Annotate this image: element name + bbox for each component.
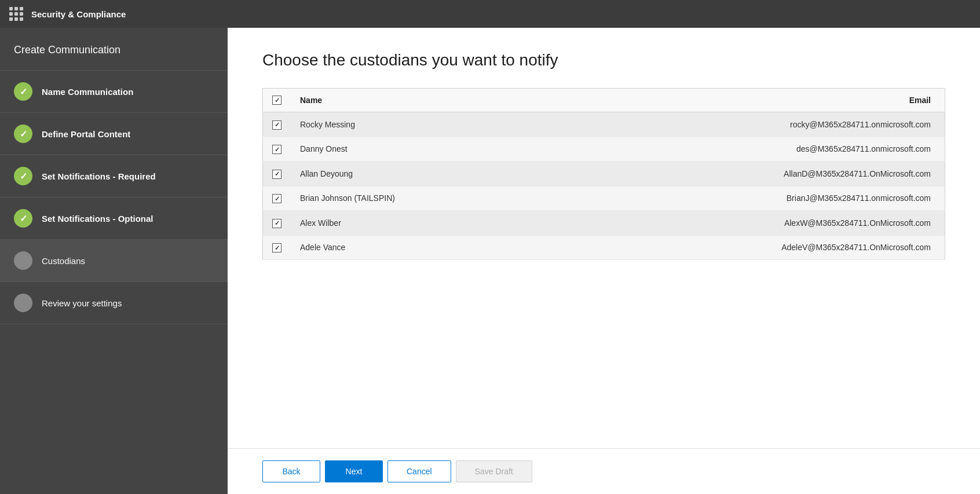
checkmark-icon-2: ✓: [20, 129, 27, 140]
row-checkbox-cell-2: [263, 162, 291, 186]
row-name-1: Danny Onest: [291, 137, 550, 162]
row-name-3: Brian Johnson (TAILSPIN): [291, 186, 550, 211]
row-name-4: Alex Wilber: [291, 211, 550, 236]
row-checkbox-5[interactable]: [272, 243, 281, 253]
sidebar-item-set-notifications-required[interactable]: ✓ Set Notifications - Required: [0, 155, 228, 197]
checkmark-icon-4: ✓: [20, 213, 27, 224]
back-button[interactable]: Back: [262, 460, 320, 482]
row-checkbox-cell-5: [263, 235, 291, 260]
row-name-5: Adele Vance: [291, 235, 550, 260]
sidebar-item-custodians[interactable]: Custodians: [0, 240, 228, 282]
row-checkbox-3[interactable]: [272, 194, 281, 203]
table-row: Adele VanceAdeleV@M365x284711.OnMicrosof…: [263, 235, 945, 260]
content-main: Choose the custodians you want to notify…: [228, 28, 980, 448]
page-heading: Choose the custodians you want to notify: [262, 51, 945, 69]
row-name-0: Rocky Messing: [291, 112, 550, 137]
col-header-email: Email: [550, 89, 945, 112]
table-row: Brian Johnson (TAILSPIN)BrianJ@M365x2847…: [263, 186, 945, 211]
row-email-0: rocky@M365x284711.onmicrosoft.com: [550, 112, 945, 137]
step-label-notif-optional: Set Notifications - Optional: [42, 214, 153, 224]
col-header-checkbox: [263, 89, 291, 112]
select-all-checkbox[interactable]: [272, 96, 281, 105]
table-row: Rocky Messingrocky@M365x284711.onmicroso…: [263, 112, 945, 137]
app-title: Security & Compliance: [31, 9, 126, 19]
table-row: Alex WilberAlexW@M365x284711.OnMicrosoft…: [263, 211, 945, 236]
save-draft-button: Save Draft: [456, 460, 532, 482]
table-row: Danny Onestdes@M365x284711.onmicrosoft.c…: [263, 137, 945, 162]
header-bar: Security & Compliance: [0, 0, 980, 28]
table-row: Allan DeyoungAllanD@M365x284711.OnMicros…: [263, 162, 945, 186]
checkmark-icon-3: ✓: [20, 171, 27, 182]
custodians-table: Name Email Rocky Messingrocky@M365x28471…: [262, 88, 945, 260]
sidebar-item-set-notifications-optional[interactable]: ✓ Set Notifications - Optional: [0, 197, 228, 240]
next-button[interactable]: Next: [325, 460, 383, 482]
row-email-5: AdeleV@M365x284711.OnMicrosoft.com: [550, 235, 945, 260]
col-header-name: Name: [291, 89, 550, 112]
main-layout: Create Communication ✓ Name Communicatio…: [0, 28, 980, 494]
step-circle-define-portal: ✓: [14, 125, 32, 143]
sidebar-create-title: Create Communication: [0, 28, 228, 71]
step-circle-notif-optional: ✓: [14, 209, 32, 228]
row-checkbox-2[interactable]: [272, 170, 281, 179]
sidebar-item-name-communication[interactable]: ✓ Name Communication: [0, 71, 228, 113]
row-checkbox-cell-4: [263, 211, 291, 236]
sidebar: Create Communication ✓ Name Communicatio…: [0, 28, 228, 494]
row-checkbox-cell-0: [263, 112, 291, 137]
row-checkbox-4[interactable]: [272, 219, 281, 228]
step-label-name-communication: Name Communication: [42, 87, 133, 97]
row-email-1: des@M365x284711.onmicrosoft.com: [550, 137, 945, 162]
row-checkbox-cell-3: [263, 186, 291, 211]
sidebar-item-review-settings[interactable]: Review your settings: [0, 282, 228, 324]
step-circle-notif-required: ✓: [14, 167, 32, 185]
step-label-custodians: Custodians: [42, 256, 85, 266]
row-checkbox-cell-1: [263, 137, 291, 162]
cancel-button[interactable]: Cancel: [387, 460, 451, 482]
row-email-3: BrianJ@M365x284711.onmicrosoft.com: [550, 186, 945, 211]
step-circle-review: [14, 294, 32, 312]
step-label-define-portal: Define Portal Content: [42, 129, 130, 139]
app-launcher-icon[interactable]: [9, 7, 23, 21]
step-label-review: Review your settings: [42, 298, 122, 308]
row-checkbox-0[interactable]: [272, 120, 281, 130]
step-circle-name-communication: ✓: [14, 82, 32, 101]
checkmark-icon: ✓: [20, 86, 27, 97]
step-circle-custodians: [14, 251, 32, 270]
row-email-2: AllanD@M365x284711.OnMicrosoft.com: [550, 162, 945, 186]
step-label-notif-required: Set Notifications - Required: [42, 171, 156, 181]
sidebar-item-define-portal-content[interactable]: ✓ Define Portal Content: [0, 113, 228, 155]
content-area: Choose the custodians you want to notify…: [228, 28, 980, 494]
row-checkbox-1[interactable]: [272, 145, 281, 154]
row-name-2: Allan Deyoung: [291, 162, 550, 186]
footer-bar: Back Next Cancel Save Draft: [228, 448, 980, 494]
row-email-4: AlexW@M365x284711.OnMicrosoft.com: [550, 211, 945, 236]
